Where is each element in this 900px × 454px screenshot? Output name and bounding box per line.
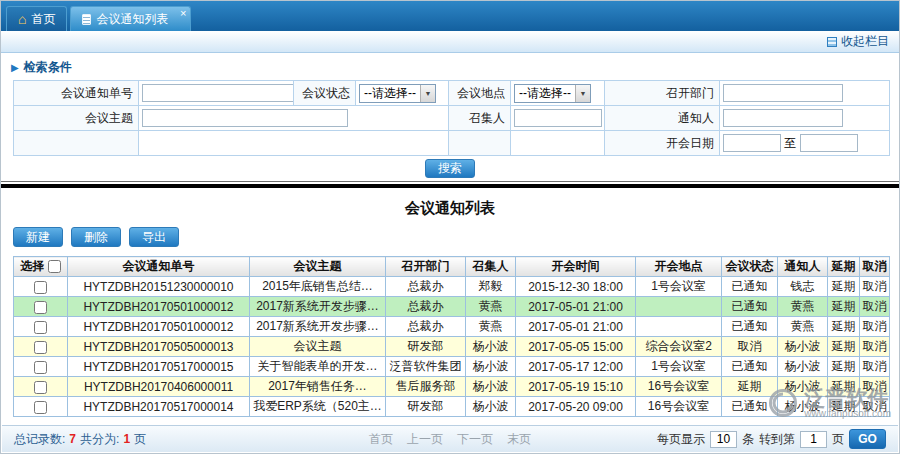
time-cell: 2017-05-05 15:00	[516, 337, 636, 357]
go-button[interactable]: GO	[849, 429, 886, 449]
location-select[interactable]: --请选择-- ▼	[514, 84, 591, 103]
convener-cell: 黄燕	[466, 317, 516, 337]
export-button[interactable]: 导出	[129, 227, 179, 247]
cancel-link[interactable]: 取消	[860, 337, 890, 357]
postpone-link[interactable]: 延期	[828, 317, 860, 337]
cancel-link[interactable]: 取消	[860, 377, 890, 397]
pages-unit: 页	[134, 431, 146, 448]
notifier-field	[720, 106, 890, 131]
delete-button[interactable]: 删除	[71, 227, 121, 247]
notice-no-link[interactable]: HYTZDBH20151230000010	[68, 277, 250, 297]
column-header: 召开部门	[386, 257, 466, 277]
notifier-cell: 杨小波	[778, 377, 828, 397]
subject-cell: 会议主题	[250, 337, 386, 357]
place-cell: 1号会议室	[636, 357, 722, 377]
postpone-link[interactable]: 延期	[828, 337, 860, 357]
cancel-link[interactable]: 取消	[860, 397, 890, 417]
cancel-link[interactable]: 取消	[860, 357, 890, 377]
notifier-cell: 杨小波	[778, 337, 828, 357]
cancel-link[interactable]: 取消	[860, 277, 890, 297]
notice-no-link[interactable]: HYTZDBH20170517000015	[68, 357, 250, 377]
location-label: 会议地点	[449, 81, 511, 106]
first-page-link[interactable]: 首页	[369, 431, 393, 448]
notifier-label: 通知人	[605, 106, 720, 131]
location-select-value: --请选择--	[515, 85, 575, 102]
postpone-link[interactable]: 延期	[828, 277, 860, 297]
cancel-link[interactable]: 取消	[860, 317, 890, 337]
column-header: 选择	[14, 257, 68, 277]
postpone-link[interactable]: 延期	[828, 397, 860, 417]
empty-cell	[139, 131, 449, 156]
per-page-label: 每页显示	[657, 431, 705, 448]
notice-no-link[interactable]: HYTZDBH20170406000011	[68, 377, 250, 397]
table-row: HYTZDBH20170505000013会议主题研发部杨小波2017-05-0…	[14, 337, 890, 357]
convener-cell: 杨小波	[466, 397, 516, 417]
thin-divider	[1, 181, 899, 182]
notice-no-link[interactable]: HYTZDBH20170501000012	[68, 317, 250, 337]
expand-arrow-icon[interactable]: ▶	[11, 62, 19, 73]
notifier-input[interactable]	[723, 109, 843, 127]
record-summary: 总记录数: 7 共分为: 1 页	[14, 431, 146, 448]
row-checkbox[interactable]	[34, 341, 47, 354]
pager-links: 首页 上一页 下一页 末页	[369, 431, 531, 448]
subject-cell: 关于智能表单的开发…	[250, 357, 386, 377]
tab-meeting-notice-list[interactable]: 会议通知列表 ×	[70, 6, 191, 31]
select-all-checkbox[interactable]	[48, 260, 61, 273]
time-cell: 2017-05-01 21:00	[516, 317, 636, 337]
tab-close-icon[interactable]: ×	[180, 7, 186, 19]
row-checkbox[interactable]	[34, 301, 47, 314]
cancel-link[interactable]: 取消	[860, 297, 890, 317]
column-header: 召集人	[466, 257, 516, 277]
time-cell: 2017-05-20 09:00	[516, 397, 636, 417]
row-checkbox[interactable]	[34, 321, 47, 334]
search-button-row: 搜索	[1, 156, 899, 181]
place-cell	[636, 317, 722, 337]
notice-no-link[interactable]: HYTZDBH20170505000013	[68, 337, 250, 357]
place-cell	[636, 297, 722, 317]
postpone-link[interactable]: 延期	[828, 377, 860, 397]
notice-no-field	[139, 81, 294, 106]
goto-label: 转到第	[759, 431, 795, 448]
postpone-link[interactable]: 延期	[828, 297, 860, 317]
search-form: 会议通知单号 会议状态 --请选择-- ▼ 会议地点 --请选择-- ▼ 召开部…	[13, 80, 890, 156]
date-from-input[interactable]	[723, 134, 781, 152]
search-button[interactable]: 搜索	[425, 159, 475, 178]
tab-home-label: 首页	[31, 11, 55, 28]
subject-cell: 我爱ERP系统（520主…	[250, 397, 386, 417]
collapse-columns-link[interactable]: 收起栏目	[827, 33, 889, 50]
per-page-input[interactable]	[710, 431, 737, 448]
status-select[interactable]: --请选择-- ▼	[359, 84, 436, 103]
date-label: 开会日期	[605, 131, 720, 156]
department-cell: 研发部	[386, 337, 466, 357]
goto-page-input[interactable]	[800, 431, 827, 448]
table-row: HYTZDBH201705010000122017新系统开发步骤…总裁办黄燕20…	[14, 297, 890, 317]
last-page-link[interactable]: 末页	[507, 431, 531, 448]
tab-home[interactable]: ⌂ 首页	[6, 6, 67, 31]
row-checkbox[interactable]	[34, 381, 47, 394]
department-input[interactable]	[723, 84, 843, 102]
notifier-cell: 黄燕	[778, 317, 828, 337]
meeting-notice-table: 选择会议通知单号会议主题召开部门召集人开会时间开会地点会议状态通知人延期取消 H…	[13, 256, 890, 417]
row-checkbox[interactable]	[34, 281, 47, 294]
total-label: 总记录数:	[14, 431, 65, 448]
new-button[interactable]: 新建	[13, 227, 63, 247]
row-checkbox[interactable]	[34, 401, 47, 414]
per-page-unit: 条	[742, 431, 754, 448]
notice-no-link[interactable]: HYTZDBH20170517000014	[68, 397, 250, 417]
date-to-input[interactable]	[800, 134, 858, 152]
select-cell	[14, 337, 68, 357]
next-page-link[interactable]: 下一页	[457, 431, 493, 448]
column-header: 会议主题	[250, 257, 386, 277]
department-cell: 售后服务部	[386, 377, 466, 397]
subject-cell: 2015年底销售总结…	[250, 277, 386, 297]
notice-no-input[interactable]	[142, 84, 294, 102]
time-cell: 2015-12-30 18:00	[516, 277, 636, 297]
notice-no-link[interactable]: HYTZDBH20170501000012	[68, 297, 250, 317]
postpone-link[interactable]: 延期	[828, 357, 860, 377]
convener-cell: 黄燕	[466, 297, 516, 317]
prev-page-link[interactable]: 上一页	[407, 431, 443, 448]
subject-input[interactable]	[142, 109, 348, 127]
convener-input[interactable]	[514, 109, 602, 127]
dropdown-arrow-icon: ▼	[420, 85, 435, 102]
row-checkbox[interactable]	[34, 361, 47, 374]
